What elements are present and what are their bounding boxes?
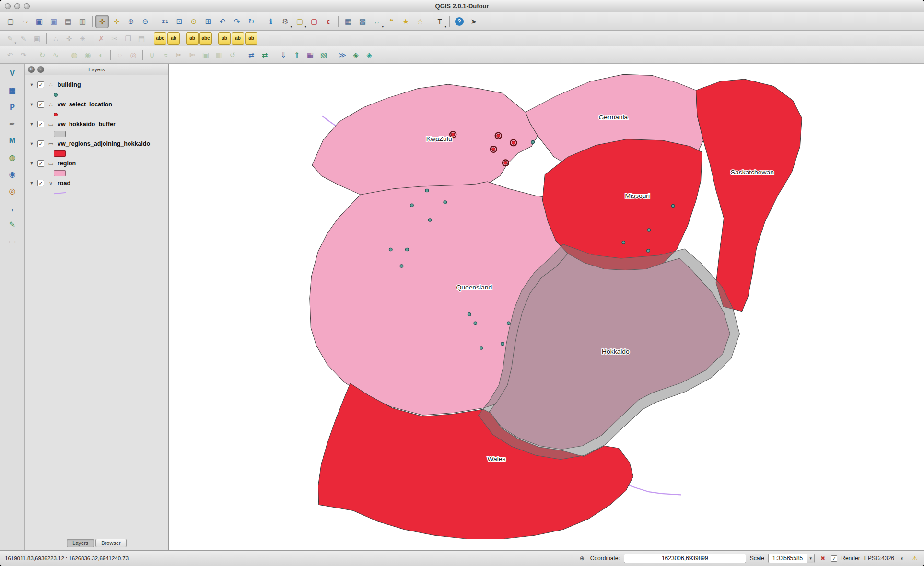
pin-labels-button[interactable]: ab [186, 32, 199, 45]
zoom-next-button[interactable]: ↷ [230, 15, 244, 28]
pan-tool-button[interactable]: ✜ [95, 15, 109, 28]
export-layer-button[interactable]: ⇑ [291, 49, 303, 61]
chevron-down-icon[interactable]: ▼ [807, 554, 814, 563]
new-shapefile-layer-button[interactable]: ✎ [5, 218, 20, 232]
text-annotation-button[interactable]: T▾ [433, 15, 446, 28]
zoom-to-selection-button[interactable]: ⊙ [187, 15, 200, 28]
layer-visibility-checkbox[interactable]: ✓ [37, 180, 44, 186]
layer-item-vw_regions_adjoining_hokkaido[interactable]: ▼✓▭vw_regions_adjoining_hokkaido [27, 138, 166, 150]
map-tips-button[interactable]: ❝ [385, 15, 398, 28]
disclosure-triangle-icon[interactable]: ▼ [29, 82, 35, 87]
coordinate-input[interactable] [624, 554, 746, 563]
add-spatialite-layer-button[interactable]: ✒ [5, 117, 20, 131]
add-delimited-text-layer-button[interactable]: , [5, 201, 20, 215]
select-by-expression-button[interactable]: ε [322, 15, 335, 28]
dropdown-caret-icon[interactable]: ▾ [290, 25, 292, 29]
measure-button[interactable]: ↔▾ [370, 15, 384, 28]
new-project-button[interactable]: ▢ [4, 15, 17, 28]
zoom-actual-button[interactable]: 1:1 [158, 15, 172, 28]
zoom-out-button[interactable]: ⊖ [139, 15, 152, 28]
layer-visibility-checkbox[interactable]: ✓ [37, 81, 44, 88]
zoom-full-button[interactable]: ⊡ [173, 15, 186, 28]
import-layer-button[interactable]: ⇓ [277, 49, 290, 61]
zoom-last-button[interactable]: ↶ [216, 15, 229, 28]
disclosure-triangle-icon[interactable]: ▼ [29, 102, 35, 107]
refresh-button[interactable]: ↻ [245, 15, 258, 28]
dropdown-caret-icon[interactable]: ▾ [444, 25, 446, 29]
layer-item-region[interactable]: ▼✓▭region [27, 158, 166, 169]
help-button[interactable]: ? [453, 15, 466, 28]
save-project-as-button[interactable]: ▣ [47, 15, 60, 28]
layer-sync-button[interactable]: ⇄ [258, 49, 271, 61]
panel-tab-browser[interactable]: Browser [95, 539, 126, 547]
select-features-button[interactable]: ▢▾ [293, 15, 306, 28]
dropdown-caret-icon[interactable]: ▾ [382, 25, 384, 29]
change-label-button[interactable]: ab [245, 32, 257, 45]
open-project-button[interactable]: ▱ [18, 15, 32, 28]
disclosure-triangle-icon[interactable]: ▼ [29, 122, 35, 127]
crs-status-button[interactable]: ◐ [898, 554, 907, 563]
layer-item-road[interactable]: ▼✓∨road [27, 177, 166, 189]
identify-button[interactable]: ℹ [264, 15, 278, 28]
highlight-labels-button[interactable]: abc [199, 32, 212, 45]
dropdown-caret-icon[interactable]: ▾ [14, 41, 16, 45]
zoom-window-button[interactable] [24, 3, 30, 9]
raster-tools-button[interactable]: ▦ [304, 49, 316, 61]
add-raster-layer-button[interactable]: ▦ [5, 83, 20, 98]
titlebar[interactable]: QGIS 2.0.1-Dufour [0, 0, 924, 12]
add-wcs-layer-button[interactable]: ◉ [5, 167, 20, 182]
layer-item-vw_hokkaido_buffer[interactable]: ▼✓▭vw_hokkaido_buffer [27, 118, 166, 130]
field-calculator-button[interactable]: ▩ [356, 15, 369, 28]
plugin-tool-2-button[interactable]: ◈ [363, 49, 375, 61]
offline-editing-sync-button[interactable]: ⇄ [245, 49, 257, 61]
label-options-2-button[interactable]: ab [167, 32, 180, 45]
float-panel-button[interactable]: ▫ [37, 66, 44, 73]
save-project-button[interactable]: ▣ [33, 15, 46, 28]
layer-item-vw_select_location[interactable]: ▼✓∴vw_select_location [27, 99, 166, 110]
render-checkbox[interactable]: ✓ [831, 555, 837, 562]
mouse-position-icon[interactable]: ⊕ [578, 554, 586, 563]
layer-item-building[interactable]: ▼✓∴building [27, 79, 166, 91]
labeling-options-button[interactable]: abc [154, 32, 166, 45]
feature-action-button[interactable]: ⚙▾ [279, 15, 292, 28]
layer-visibility-checkbox[interactable]: ✓ [37, 101, 44, 108]
add-wfs-layer-button[interactable]: ◎ [5, 184, 20, 198]
panel-tab-layers[interactable]: Layers [67, 539, 94, 547]
qgis-window: QGIS 2.0.1-Dufour ▢▱▣▣▤▥✜✜⊕⊖1:1⊡⊙⊞↶↷↻ℹ⚙▾… [0, 0, 924, 566]
whats-this-button[interactable]: ➤ [467, 15, 480, 28]
attribute-table-button[interactable]: ▦ [341, 15, 355, 28]
close-panel-button[interactable]: ✕ [28, 66, 35, 73]
layer-visibility-checkbox[interactable]: ✓ [37, 121, 44, 127]
layer-visibility-checkbox[interactable]: ✓ [37, 160, 44, 167]
vector-tools-button[interactable]: ▧ [317, 49, 330, 61]
add-postgis-layer-button[interactable]: P [5, 100, 20, 115]
show-bookmarks-button[interactable]: ☆ [413, 15, 427, 28]
close-window-button[interactable] [5, 3, 11, 9]
stop-rendering-icon[interactable]: ✖ [819, 554, 827, 563]
layer-visibility-checkbox[interactable]: ✓ [37, 140, 44, 147]
disclosure-triangle-icon[interactable]: ▼ [29, 141, 35, 146]
deselect-features-button[interactable]: ▢ [307, 15, 321, 28]
zoom-to-layer-button[interactable]: ⊞ [201, 15, 215, 28]
new-bookmark-button[interactable]: ★ [399, 15, 412, 28]
add-vector-layer-button[interactable]: V [5, 67, 20, 81]
minimize-window-button[interactable] [14, 3, 20, 9]
composer-manager-button[interactable]: ▥ [76, 15, 89, 28]
disclosure-triangle-icon[interactable]: ▼ [29, 181, 35, 185]
pan-to-selection-button[interactable]: ✜ [110, 15, 123, 28]
cut-features-icon: ✂ [112, 35, 118, 42]
scale-combobox[interactable]: 1:33565585 ▼ [768, 554, 815, 563]
zoom-in-button[interactable]: ⊕ [124, 15, 138, 28]
map-canvas[interactable]: KwaZuluGermaniaSaskatchewanMissouriQueen… [169, 64, 924, 550]
new-composer-button[interactable]: ▤ [61, 15, 75, 28]
disclosure-triangle-icon[interactable]: ▼ [29, 161, 35, 166]
identify-icon: ℹ [269, 18, 272, 25]
messages-log-button[interactable]: ⚠ [911, 554, 919, 563]
add-mssql-layer-button[interactable]: M [5, 134, 20, 148]
plugin-tool-1-button[interactable]: ◈ [350, 49, 362, 61]
move-label-button[interactable]: ab [218, 32, 231, 45]
rotate-label-button[interactable]: ab [232, 32, 244, 45]
python-console-button[interactable]: ≫ [336, 49, 349, 61]
dropdown-caret-icon[interactable]: ▾ [304, 25, 306, 29]
add-wms-layer-button[interactable]: ◍ [5, 150, 20, 165]
